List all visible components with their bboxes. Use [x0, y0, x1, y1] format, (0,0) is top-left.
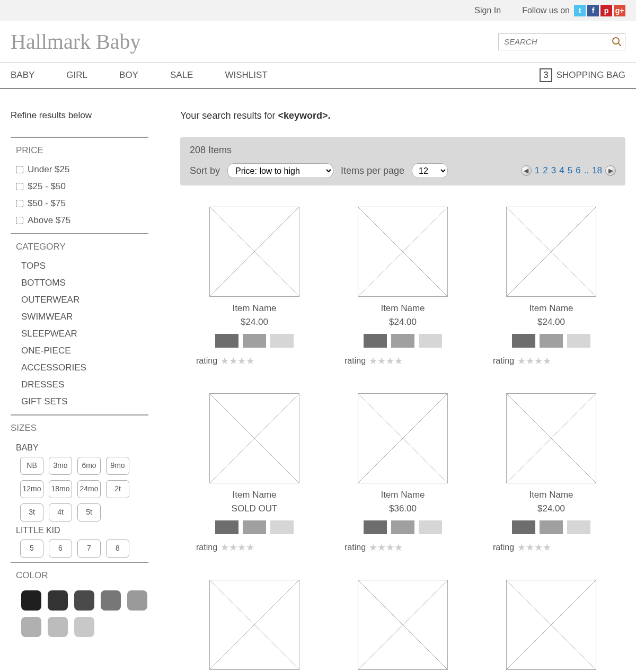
page-5[interactable]: 5 — [568, 165, 572, 176]
nav-girl[interactable]: GIRL — [66, 63, 87, 88]
product-card[interactable]: Item Name$24.00rating★★★★ — [344, 207, 461, 367]
cat-accessories[interactable]: ACCESSORIES — [21, 359, 148, 376]
product-card[interactable]: Item NameSOLD OUTrating★★★★ — [196, 393, 313, 553]
swatch-light[interactable] — [419, 334, 442, 348]
pinterest-icon[interactable]: p — [600, 5, 612, 16]
twitter-icon[interactable]: t — [574, 5, 586, 16]
logo[interactable]: Hallmark Baby — [11, 29, 141, 54]
page-4[interactable]: 4 — [559, 165, 564, 176]
color-swatch-3[interactable] — [101, 590, 121, 611]
sort-select[interactable]: Price: low to high — [227, 163, 333, 178]
cat-outerwear[interactable]: OUTERWEAR — [21, 291, 148, 308]
color-swatch-7[interactable] — [74, 617, 94, 637]
price-opt-3[interactable]: Above $75 — [16, 212, 148, 229]
product-image-placeholder[interactable] — [358, 207, 448, 297]
signin-link[interactable]: Sign In — [474, 6, 501, 15]
product-image-placeholder[interactable] — [209, 393, 299, 483]
cat-swimwear[interactable]: SWIMWEAR — [21, 308, 148, 325]
product-image-placeholder[interactable] — [209, 580, 299, 670]
price-check-1[interactable] — [16, 183, 23, 190]
size-8[interactable]: 8 — [106, 540, 129, 558]
size-3mo[interactable]: 3mo — [49, 457, 72, 475]
size-7[interactable]: 7 — [77, 540, 101, 558]
product-image-placeholder[interactable] — [506, 580, 596, 670]
size-nb[interactable]: NB — [20, 457, 43, 475]
search-icon[interactable] — [612, 37, 622, 47]
color-swatch-5[interactable] — [21, 617, 41, 637]
nav-boy[interactable]: BOY — [119, 63, 138, 88]
swatch-dark[interactable] — [215, 334, 238, 348]
size-24mo[interactable]: 24mo — [77, 480, 101, 498]
swatch-light[interactable] — [567, 334, 590, 348]
swatch-mid[interactable] — [243, 520, 266, 534]
swatch-mid[interactable] — [391, 520, 414, 534]
shopping-bag[interactable]: 3 SHOPPING BAG — [540, 68, 625, 82]
size-6mo[interactable]: 6mo — [77, 457, 101, 475]
color-swatch-6[interactable] — [48, 617, 68, 637]
swatch-mid[interactable] — [391, 334, 414, 348]
size-2t[interactable]: 2t — [106, 480, 129, 498]
swatch-dark[interactable] — [512, 520, 535, 534]
price-check-0[interactable] — [16, 166, 23, 173]
page-2[interactable]: 2 — [543, 165, 547, 176]
price-opt-1[interactable]: $25 - $50 — [16, 178, 148, 195]
cat-giftsets[interactable]: GIFT SETS — [21, 393, 148, 410]
product-image-placeholder[interactable] — [358, 393, 448, 483]
swatch-dark[interactable] — [512, 334, 535, 348]
swatch-mid[interactable] — [243, 334, 266, 348]
swatch-dark[interactable] — [215, 520, 238, 534]
swatch-dark[interactable] — [364, 520, 387, 534]
page-next-icon[interactable]: ▶ — [605, 165, 616, 176]
price-opt-2[interactable]: $50 - $75 — [16, 195, 148, 212]
product-image-placeholder[interactable] — [506, 207, 596, 297]
size-5t[interactable]: 5t — [77, 503, 101, 521]
color-swatch-0[interactable] — [21, 590, 41, 611]
product-card[interactable]: Item Name$24.00rating★★★★ — [493, 393, 610, 553]
nav-sale[interactable]: SALE — [170, 63, 193, 88]
swatch-dark[interactable] — [364, 334, 387, 348]
size-3t[interactable]: 3t — [20, 503, 43, 521]
size-18mo[interactable]: 18mo — [49, 480, 72, 498]
product-image-placeholder[interactable] — [358, 580, 448, 670]
swatch-light[interactable] — [567, 520, 590, 534]
cat-bottoms[interactable]: BOTTOMS — [21, 275, 148, 291]
color-swatch-1[interactable] — [48, 590, 68, 611]
page-prev-icon[interactable]: ◀ — [521, 165, 532, 176]
price-check-3[interactable] — [16, 217, 23, 224]
swatch-mid[interactable] — [540, 334, 563, 348]
page-3[interactable]: 3 — [551, 165, 556, 176]
facebook-icon[interactable]: f — [587, 5, 599, 16]
size-6[interactable]: 6 — [49, 540, 72, 558]
cat-onepiece[interactable]: ONE-PIECE — [21, 342, 148, 359]
price-opt-0[interactable]: Under $25 — [16, 161, 148, 178]
cat-tops[interactable]: TOPS — [21, 258, 148, 275]
product-card[interactable]: Item Name$36.00rating★★★★ — [344, 393, 461, 553]
search-input[interactable] — [498, 33, 625, 50]
nav-wishlist[interactable]: WISHLIST — [225, 63, 267, 88]
ipp-select[interactable]: 12 — [412, 163, 448, 178]
swatch-light[interactable] — [270, 334, 294, 348]
size-4t[interactable]: 4t — [49, 503, 72, 521]
size-9mo[interactable]: 9mo — [106, 457, 129, 475]
size-12mo[interactable]: 12mo — [20, 480, 43, 498]
page-1[interactable]: 1 — [535, 165, 540, 176]
cat-dresses[interactable]: DRESSES — [21, 376, 148, 393]
cat-sleepwear[interactable]: SLEEPWEAR — [21, 325, 148, 342]
product-card[interactable] — [493, 580, 610, 670]
product-card[interactable]: Item Name$24.00rating★★★★ — [196, 207, 313, 367]
price-check-2[interactable] — [16, 200, 23, 207]
product-image-placeholder[interactable] — [209, 207, 299, 297]
nav-baby[interactable]: BABY — [11, 63, 34, 88]
product-card[interactable]: Item Name$24.00rating★★★★ — [493, 207, 610, 367]
color-swatch-4[interactable] — [127, 590, 147, 611]
product-image-placeholder[interactable] — [506, 393, 596, 483]
color-swatch-2[interactable] — [74, 590, 94, 611]
product-card[interactable] — [196, 580, 313, 670]
swatch-mid[interactable] — [540, 520, 563, 534]
product-card[interactable] — [344, 580, 461, 670]
size-5[interactable]: 5 — [20, 540, 43, 558]
page-6[interactable]: 6 — [576, 165, 580, 176]
page-18[interactable]: 18 — [592, 165, 602, 176]
swatch-light[interactable] — [270, 520, 294, 534]
googleplus-icon[interactable]: g+ — [614, 5, 625, 16]
